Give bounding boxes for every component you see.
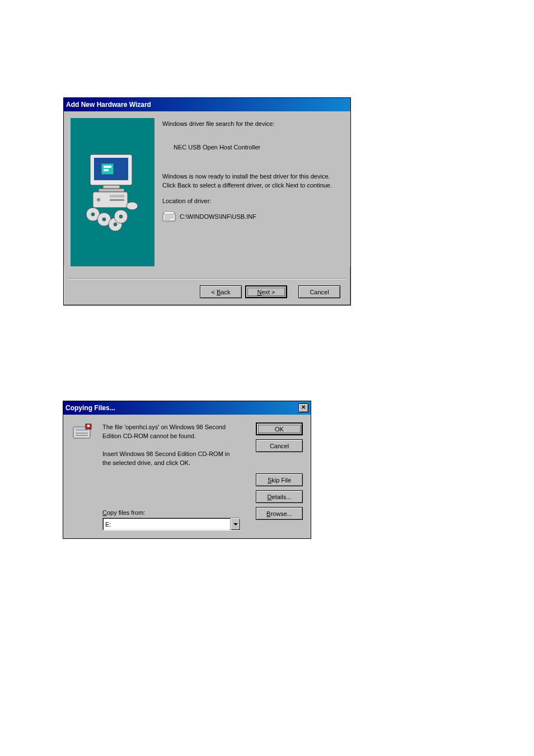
svg-rect-4 bbox=[104, 169, 109, 171]
skip-file-button[interactable]: Skip File bbox=[256, 473, 303, 486]
svg-rect-8 bbox=[110, 195, 124, 198]
ok-button[interactable]: OK bbox=[256, 422, 303, 435]
svg-rect-3 bbox=[104, 166, 111, 168]
wizard-sidepanel bbox=[71, 118, 154, 266]
inf-file-icon bbox=[162, 211, 176, 222]
svg-rect-9 bbox=[110, 199, 124, 201]
svg-rect-30 bbox=[87, 425, 90, 427]
svg-point-17 bbox=[114, 223, 117, 226]
computer-devices-icon bbox=[76, 150, 149, 235]
wizard-ready-message: Windows is now ready to install the best… bbox=[162, 172, 340, 190]
details-button[interactable]: Details... bbox=[256, 490, 303, 503]
wizard-titlebar: Add New Hardware Wizard bbox=[64, 98, 350, 111]
cancel-button[interactable]: Cancel bbox=[298, 285, 340, 298]
svg-point-19 bbox=[119, 215, 123, 218]
dropdown-icon[interactable] bbox=[230, 518, 240, 530]
wizard-title: Add New Hardware Wizard bbox=[66, 101, 348, 109]
svg-rect-28 bbox=[76, 435, 88, 436]
copying-title: Copying Files... bbox=[65, 404, 298, 412]
copy-from-label: Copy files from: bbox=[102, 509, 145, 516]
svg-point-13 bbox=[91, 213, 95, 216]
back-button[interactable]: < Back bbox=[200, 285, 242, 298]
wizard-dialog: Add New Hardware Wizard bbox=[63, 97, 351, 306]
next-button[interactable]: Next > bbox=[245, 285, 287, 298]
svg-rect-6 bbox=[99, 189, 124, 192]
wizard-driver-path: C:\WINDOWS\INF\USB.INF bbox=[180, 212, 256, 221]
copying-titlebar: Copying Files... ✕ bbox=[63, 401, 311, 415]
floppy-icon bbox=[72, 424, 93, 440]
svg-point-15 bbox=[102, 218, 106, 221]
copying-message-2: Insert Windows 98 Second Edition CD-ROM … bbox=[102, 449, 240, 467]
wizard-separator bbox=[68, 278, 346, 279]
copying-message-1: The file 'openhci.sys' on Windows 98 Sec… bbox=[102, 422, 240, 440]
wizard-location-label: Location of driver: bbox=[162, 196, 340, 205]
copy-from-input[interactable] bbox=[103, 518, 230, 530]
svg-rect-21 bbox=[164, 212, 174, 214]
svg-point-11 bbox=[127, 202, 138, 210]
wizard-device-name: NEC USB Open Host Controller bbox=[162, 143, 340, 152]
wizard-heading: Windows driver file search for the devic… bbox=[162, 119, 340, 128]
close-icon[interactable]: ✕ bbox=[298, 403, 308, 412]
svg-rect-27 bbox=[76, 433, 88, 434]
svg-point-10 bbox=[97, 198, 100, 201]
copying-dialog: Copying Files... ✕ The file 'openhci.sys… bbox=[63, 401, 311, 539]
copy-from-combo[interactable] bbox=[102, 518, 241, 530]
copy-cancel-button[interactable]: Cancel bbox=[256, 439, 303, 452]
browse-button[interactable]: Browse... bbox=[256, 507, 303, 520]
svg-rect-5 bbox=[103, 185, 120, 189]
